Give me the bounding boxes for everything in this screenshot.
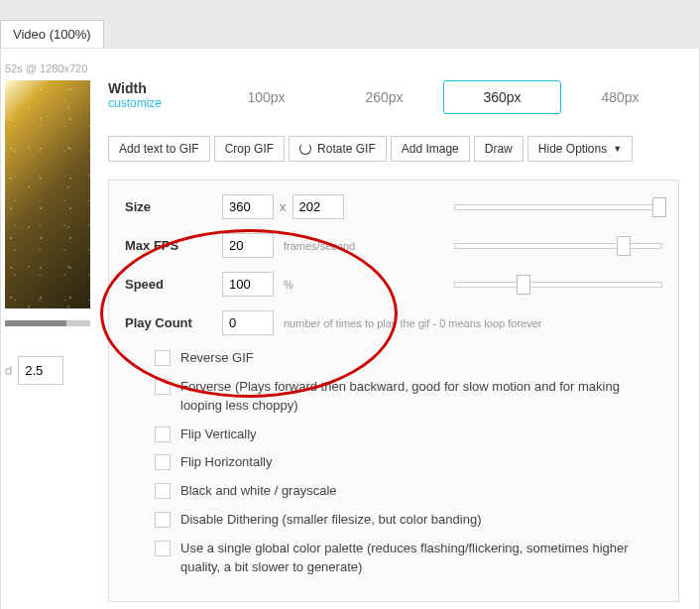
right-column: Width customize 100px 260px 360px 480px …: [108, 80, 679, 602]
checkbox[interactable]: [155, 350, 171, 366]
playcount-row: Play Count number of times to play the g…: [125, 310, 662, 335]
bw-label: Black and white / grayscale: [180, 482, 337, 501]
dither-label: Disable Dithering (smaller filesize, but…: [180, 511, 481, 530]
flip-v-label: Flip Vertically: [180, 426, 257, 444]
slider-thumb[interactable]: [517, 275, 530, 295]
video-thumbnail[interactable]: [5, 80, 90, 308]
progress-bar[interactable]: [5, 320, 90, 326]
size-label: Size: [125, 199, 222, 214]
playcount-label: Play Count: [125, 315, 222, 330]
width-row: Width customize 100px 260px 360px 480px: [108, 80, 679, 114]
reverse-label: Reverse GIF: [180, 349, 254, 368]
d-field[interactable]: [18, 356, 63, 385]
size-slider[interactable]: [454, 200, 662, 214]
width-opt-260[interactable]: 260px: [325, 80, 443, 114]
hide-options-label: Hide Options: [538, 142, 607, 156]
customize-link[interactable]: customize: [108, 96, 207, 110]
size-row: Size x: [125, 194, 662, 219]
d-label: d: [5, 363, 12, 378]
slider-track: [454, 243, 662, 249]
flip-h-label: Flip Horizontally: [180, 453, 272, 472]
add-image-button[interactable]: Add Image: [391, 136, 470, 162]
progress-fill: [5, 320, 66, 326]
tab-video[interactable]: Video (100%): [0, 20, 104, 48]
draw-button[interactable]: Draw: [474, 136, 524, 162]
toolbar: Add text to GIF Crop GIF Rotate GIF Add …: [108, 136, 679, 162]
size-x: x: [280, 199, 287, 214]
rotate-icon: [299, 143, 311, 155]
slider-thumb[interactable]: [617, 236, 631, 256]
crop-button[interactable]: Crop GIF: [214, 136, 285, 162]
bw-row[interactable]: Black and white / grayscale: [125, 482, 662, 501]
reverse-row[interactable]: Reverse GIF: [125, 349, 662, 368]
playcount-input[interactable]: [222, 310, 274, 335]
checkbox[interactable]: [155, 454, 171, 470]
fps-label: Max FPS: [125, 238, 222, 253]
main-panel: 52s @ 1280x720 d Width customize 100px 2…: [0, 48, 700, 609]
speed-slider[interactable]: [454, 278, 662, 292]
forverse-row[interactable]: Forverse (Plays forward then backward, g…: [125, 378, 662, 416]
speed-unit: %: [284, 279, 293, 291]
speed-label: Speed: [125, 277, 222, 292]
hide-options-button[interactable]: Hide Options ▼: [527, 136, 633, 162]
forverse-label: Forverse (Plays forward then backward, g…: [180, 378, 662, 416]
dither-row[interactable]: Disable Dithering (smaller filesize, but…: [125, 511, 662, 530]
checkbox[interactable]: [155, 379, 171, 395]
speed-input[interactable]: [222, 272, 274, 297]
fps-slider[interactable]: [454, 239, 662, 253]
width-opt-360[interactable]: 360px: [443, 80, 561, 114]
width-opt-480[interactable]: 480px: [561, 80, 679, 114]
speed-row: Speed %: [125, 272, 662, 297]
chevron-down-icon: ▼: [613, 144, 622, 154]
checkbox[interactable]: [155, 512, 171, 528]
width-opt-100[interactable]: 100px: [207, 80, 325, 114]
add-text-button[interactable]: Add text to GIF: [108, 136, 210, 162]
width-title: Width: [108, 80, 207, 96]
fps-row: Max FPS frames/second: [125, 233, 662, 258]
tab-label: Video (100%): [13, 27, 91, 42]
left-column: d: [5, 80, 108, 385]
checkbox[interactable]: [155, 426, 171, 442]
fps-unit: frames/second: [284, 240, 355, 252]
options-box: Size x Max FPS frames/second: [108, 180, 679, 602]
slider-track: [454, 282, 662, 288]
checkbox[interactable]: [155, 541, 171, 556]
playcount-unit: number of times to play the gif - 0 mean…: [284, 317, 541, 329]
size-height-input[interactable]: [292, 194, 344, 219]
flip-v-row[interactable]: Flip Vertically: [125, 426, 662, 444]
rotate-button[interactable]: Rotate GIF: [289, 136, 387, 162]
video-meta: 52s @ 1280x720: [5, 62, 679, 74]
rotate-label: Rotate GIF: [317, 142, 376, 156]
slider-track: [454, 204, 662, 210]
slider-thumb[interactable]: [652, 197, 666, 217]
width-label-group: Width customize: [108, 80, 207, 110]
size-width-input[interactable]: [222, 194, 274, 219]
palette-row[interactable]: Use a single global color palette (reduc…: [125, 540, 662, 577]
palette-label: Use a single global color palette (reduc…: [180, 540, 662, 577]
flip-h-row[interactable]: Flip Horizontally: [125, 453, 662, 472]
fps-input[interactable]: [222, 233, 274, 258]
checkbox[interactable]: [155, 483, 171, 499]
